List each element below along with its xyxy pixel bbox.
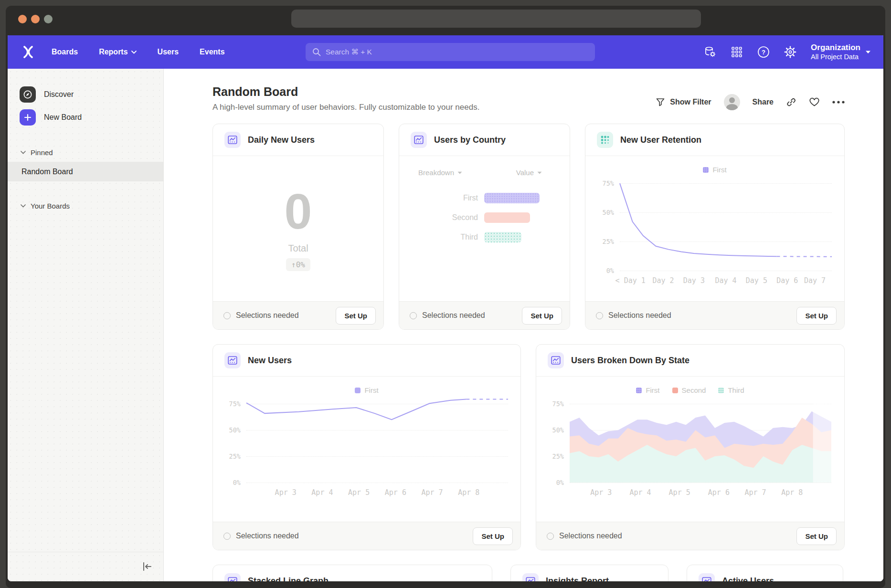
card-title: New User Retention (620, 135, 701, 145)
sidebar-item-new-board[interactable]: New Board (8, 106, 163, 129)
breakdown-label: Breakdown (418, 168, 454, 177)
user-avatar[interactable] (724, 94, 740, 110)
metric-delta-badge: ↑0% (286, 258, 310, 271)
search-input[interactable]: Search ⌘ + K (306, 43, 595, 61)
line-chart-icon (548, 352, 564, 368)
window-minimize-button[interactable] (31, 15, 40, 23)
legend-label: First (364, 386, 378, 394)
legend-label: Third (728, 386, 744, 394)
share-label: Share (753, 98, 774, 106)
card-new-user-retention: New User Retention First 75%50%25%0%< Da… (585, 124, 845, 330)
nav-right-cluster: ? (704, 43, 871, 61)
data-management-icon[interactable] (704, 46, 716, 58)
copy-link-button[interactable] (786, 97, 796, 107)
nav-item-reports[interactable]: Reports (99, 48, 136, 56)
page-subtitle: A high-level summary of user behaviors. … (212, 103, 479, 112)
ellipsis-icon (832, 101, 845, 104)
favorite-button[interactable] (809, 97, 820, 107)
settings-gear-icon[interactable] (784, 46, 796, 58)
retention-chart: 75%50%25%0%< Day 1Day 2Day 3Day 4Day 5Da… (620, 175, 832, 271)
card-title: Active Users (722, 576, 774, 581)
legend-swatch-icon (672, 388, 678, 393)
line-chart-icon (411, 132, 427, 148)
nav-item-events[interactable]: Events (200, 48, 224, 56)
sidebar-section-pinned[interactable]: Pinned (8, 144, 163, 160)
sidebar: Discover New Board Pinned Random Board (8, 69, 164, 581)
board-label: Random Board (21, 168, 73, 176)
browser-window: Boards Reports Users Events Search ⌘ + K (6, 6, 885, 588)
chevron-down-icon (537, 171, 542, 174)
chart-legend: First (585, 156, 844, 174)
nav-item-boards[interactable]: Boards (52, 48, 78, 56)
line-chart-icon (224, 573, 241, 582)
legend-label: First (712, 166, 726, 174)
sidebar-footer (8, 552, 163, 581)
set-up-button[interactable]: Set Up (473, 527, 513, 545)
help-icon[interactable]: ? (757, 46, 770, 58)
legend-item-second: Second (672, 386, 706, 394)
sidebar-section-your-boards[interactable]: Your Boards (8, 198, 163, 214)
card-footer: Selections needed Set Up (585, 301, 844, 329)
line-chart-icon (699, 573, 715, 582)
bar-row-third: Third (399, 232, 570, 242)
show-filter-button[interactable]: Show Filter (656, 97, 711, 107)
chevron-down-icon (131, 51, 137, 54)
value-label: Value (516, 168, 534, 177)
apps-grid-icon[interactable] (731, 46, 743, 58)
status-circle-icon (596, 312, 603, 319)
bar-row-first: First (399, 193, 570, 203)
app-viewport: Boards Reports Users Events Search ⌘ + K (8, 35, 883, 581)
sidebar-board-random-board[interactable]: Random Board (8, 162, 163, 181)
collapse-sidebar-icon[interactable] (141, 561, 153, 572)
value-dropdown[interactable]: Value (516, 168, 542, 177)
set-up-button[interactable]: Set Up (336, 307, 376, 325)
new-users-chart: 75%50%25%0%Apr 3Apr 4Apr 5Apr 6Apr 7Apr … (246, 397, 508, 483)
card-footer: Selections needed Set Up (399, 301, 570, 329)
org-switcher[interactable]: Organization All Project Data (811, 43, 871, 61)
chevron-down-icon (457, 171, 462, 174)
line-chart-icon (224, 132, 241, 148)
window-titlebar (6, 6, 885, 35)
nav-item-label: Boards (52, 48, 78, 56)
bar-first (484, 193, 540, 203)
card-title: Insights Report (546, 576, 609, 581)
line-chart-icon (224, 352, 241, 368)
legend-item-first: First (703, 166, 726, 174)
card-footer: Selections needed Set Up (213, 301, 383, 329)
section-label: Your Boards (31, 202, 70, 210)
chevron-down-icon (21, 204, 26, 208)
set-up-button[interactable]: Set Up (522, 307, 562, 325)
more-options-button[interactable] (832, 101, 845, 104)
bar-label: Third (399, 233, 478, 242)
window-controls[interactable] (18, 15, 53, 23)
mixpanel-logo-icon[interactable] (22, 46, 34, 58)
board-toolbar: Show Filter Share (656, 92, 845, 112)
retention-grid-icon (597, 132, 613, 148)
set-up-button[interactable]: Set Up (796, 307, 837, 325)
legend-swatch-icon (636, 388, 642, 393)
status-text: Selections needed (608, 311, 671, 320)
legend-swatch-icon (355, 388, 361, 393)
search-icon (312, 48, 321, 56)
card-active-users: Active Users (687, 565, 843, 581)
bar-second (484, 212, 530, 223)
breakdown-dropdown[interactable]: Breakdown (418, 168, 462, 177)
filter-funnel-icon (656, 97, 665, 107)
window-close-button[interactable] (18, 15, 27, 23)
window-zoom-button[interactable] (44, 15, 53, 23)
address-bar[interactable] (291, 10, 701, 28)
show-filter-label: Show Filter (670, 98, 711, 106)
nav-item-users[interactable]: Users (158, 48, 179, 56)
discover-compass-icon (20, 86, 36, 103)
sidebar-item-discover[interactable]: Discover (8, 83, 163, 106)
set-up-button[interactable]: Set Up (796, 527, 837, 545)
share-button[interactable]: Share (753, 98, 774, 106)
status-circle-icon (223, 533, 231, 540)
card-insights-report: Insights Report (510, 565, 668, 581)
page-title: Random Board (212, 85, 479, 99)
chevron-down-icon (21, 151, 26, 154)
card-footer: Selections needed Set Up (213, 522, 520, 550)
legend-swatch-icon (718, 388, 724, 393)
heart-icon (809, 97, 820, 107)
main-panel: Random Board A high-level summary of use… (164, 69, 883, 581)
